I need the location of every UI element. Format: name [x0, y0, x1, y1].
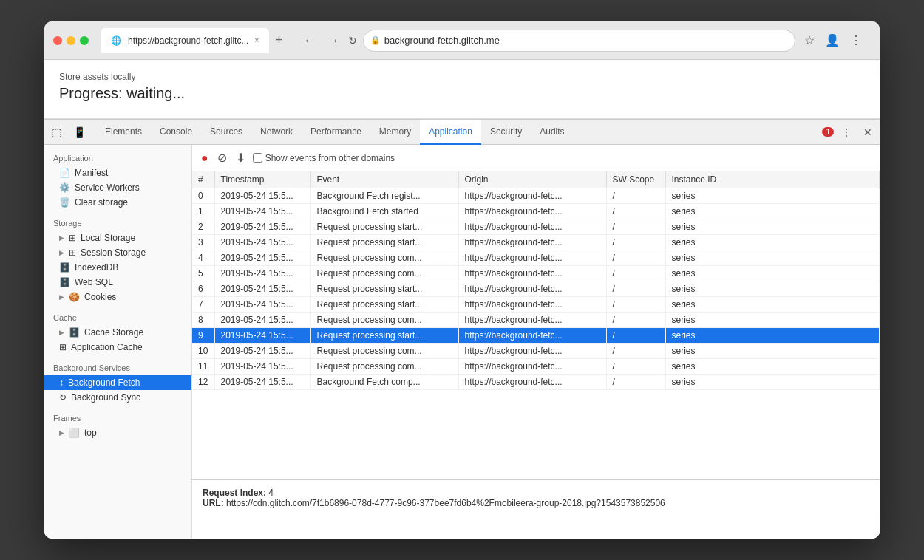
cell-timestamp: 2019-05-24 15:5...	[214, 250, 310, 266]
tab-elements[interactable]: Elements	[96, 120, 151, 145]
cell-event: Request processing start...	[310, 328, 458, 344]
col-event: Event	[310, 171, 458, 188]
cell-event: Request processing start...	[310, 235, 458, 250]
cell-timestamp: 2019-05-24 15:5...	[214, 219, 310, 235]
cell-id: 3	[192, 235, 214, 250]
cell-instance-id: series	[665, 359, 880, 375]
menu-icon[interactable]: ⋮	[847, 30, 865, 50]
sidebar-item-application-cache[interactable]: ⊞ Application Cache	[44, 340, 191, 355]
record-button[interactable]: ●	[200, 150, 210, 166]
profile-icon[interactable]: 👤	[822, 30, 843, 50]
table-row[interactable]: 0 2019-05-24 15:5... Background Fetch re…	[192, 188, 880, 204]
cell-origin: https://background-fetc...	[458, 313, 606, 328]
session-storage-icon: ⊞	[69, 247, 76, 258]
cell-instance-id: series	[665, 375, 880, 390]
application-cache-icon: ⊞	[59, 342, 67, 352]
minimize-traffic-light[interactable]	[67, 36, 75, 45]
traffic-lights	[53, 36, 89, 45]
sidebar-item-manifest[interactable]: 📄 Manifest	[44, 165, 191, 180]
sidebar-item-service-workers[interactable]: ⚙️ Service Workers	[44, 180, 191, 195]
back-button[interactable]: ←	[301, 31, 319, 50]
cell-instance-id: series	[665, 250, 880, 266]
sidebar-section-cache: Cache	[44, 309, 191, 325]
sidebar-item-web-sql[interactable]: 🗄️ Web SQL	[44, 275, 191, 290]
table-row[interactable]: 11 2019-05-24 15:5... Request processing…	[192, 359, 880, 375]
sidebar: Application 📄 Manifest ⚙️ Service Worker…	[44, 145, 192, 539]
cell-sw-scope: /	[606, 281, 665, 297]
expand-arrow-icon: ▶	[59, 234, 64, 242]
table-row[interactable]: 12 2019-05-24 15:5... Background Fetch c…	[192, 375, 880, 390]
sidebar-item-cookies[interactable]: ▶ 🍪 Cookies	[44, 290, 191, 304]
table-row[interactable]: 1 2019-05-24 15:5... Background Fetch st…	[192, 204, 880, 219]
tab-performance[interactable]: Performance	[302, 120, 370, 145]
table-row[interactable]: 2 2019-05-24 15:5... Request processing …	[192, 219, 880, 235]
reload-button[interactable]: ↻	[348, 35, 357, 47]
show-other-domains-checkbox[interactable]	[253, 153, 262, 163]
cell-origin: https://background-fetc...	[458, 344, 606, 359]
bookmark-icon[interactable]: ☆	[801, 30, 818, 50]
tab-network[interactable]: Network	[251, 120, 302, 145]
background-fetch-icon: ↕	[59, 378, 64, 388]
cell-timestamp: 2019-05-24 15:5...	[214, 359, 310, 375]
cell-origin: https://background-fetc...	[458, 375, 606, 390]
tab-audits[interactable]: Audits	[531, 120, 573, 145]
cell-timestamp: 2019-05-24 15:5...	[214, 328, 310, 344]
col-sw-scope: SW Scope	[606, 171, 665, 188]
sidebar-item-session-storage[interactable]: ▶ ⊞ Session Storage	[44, 245, 191, 260]
expand-arrow-icon: ▶	[59, 293, 64, 301]
cell-timestamp: 2019-05-24 15:5...	[214, 313, 310, 328]
indexed-db-icon: 🗄️	[59, 262, 70, 273]
devtools-inspect-icon[interactable]: ⬚	[47, 123, 66, 141]
cell-id: 7	[192, 297, 214, 313]
tab-sources[interactable]: Sources	[201, 120, 251, 145]
active-tab[interactable]: 🌐 https://background-fetch.glitc... ×	[101, 28, 269, 53]
col-id: #	[192, 171, 214, 188]
table-row[interactable]: 3 2019-05-24 15:5... Request processing …	[192, 235, 880, 250]
cell-sw-scope: /	[606, 344, 665, 359]
table-row[interactable]: 8 2019-05-24 15:5... Request processing …	[192, 313, 880, 328]
cell-event: Request processing start...	[310, 219, 458, 235]
devtools-device-icon[interactable]: 📱	[69, 123, 90, 141]
table-row[interactable]: 10 2019-05-24 15:5... Request processing…	[192, 344, 880, 359]
address-input[interactable]	[363, 30, 795, 52]
forward-button[interactable]: →	[325, 31, 342, 50]
lock-icon: 🔒	[370, 35, 381, 45]
maximize-traffic-light[interactable]	[80, 36, 89, 45]
local-storage-icon: ⊞	[69, 233, 76, 243]
tab-console[interactable]: Console	[151, 120, 201, 145]
sidebar-item-background-fetch[interactable]: ↕ Background Fetch	[44, 375, 191, 390]
sidebar-item-background-sync[interactable]: ↻ Background Sync	[44, 390, 191, 405]
new-tab-button[interactable]: +	[269, 33, 289, 48]
cell-id: 2	[192, 219, 214, 235]
devtools-close-icon[interactable]: ✕	[859, 123, 877, 141]
sidebar-item-clear-storage[interactable]: 🗑️ Clear storage	[44, 195, 191, 210]
sidebar-item-local-storage[interactable]: ▶ ⊞ Local Storage	[44, 231, 191, 245]
table-header-row: # Timestamp Event Origin SW Scope Instan…	[192, 171, 880, 188]
stop-button[interactable]: ⊘	[216, 149, 228, 166]
sidebar-item-indexed-db[interactable]: 🗄️ IndexedDB	[44, 260, 191, 275]
tab-application[interactable]: Application	[420, 120, 481, 145]
devtools-panel: ⬚ 📱 Elements Console Sources Network Per…	[44, 119, 880, 539]
table-row[interactable]: 6 2019-05-24 15:5... Request processing …	[192, 281, 880, 297]
download-button[interactable]: ⬇	[234, 149, 247, 166]
cell-id: 12	[192, 375, 214, 390]
devtools-more-icon[interactable]: ⋮	[837, 123, 856, 141]
cell-sw-scope: /	[606, 204, 665, 219]
cell-event: Background Fetch started	[310, 204, 458, 219]
table-row[interactable]: 5 2019-05-24 15:5... Request processing …	[192, 266, 880, 281]
table-row[interactable]: 9 2019-05-24 15:5... Request processing …	[192, 328, 880, 344]
close-traffic-light[interactable]	[53, 36, 62, 45]
tab-security[interactable]: Security	[481, 120, 531, 145]
col-origin: Origin	[458, 171, 606, 188]
cell-instance-id: series	[665, 344, 880, 359]
cell-id: 10	[192, 344, 214, 359]
table-row[interactable]: 7 2019-05-24 15:5... Request processing …	[192, 297, 880, 313]
detail-request-index: Request Index: 4	[203, 488, 869, 498]
tab-close-btn[interactable]: ×	[254, 36, 259, 44]
cell-origin: https://background-fetc...	[458, 204, 606, 219]
tab-memory[interactable]: Memory	[370, 120, 420, 145]
sidebar-item-top[interactable]: ▶ ⬜ top	[44, 426, 191, 440]
sidebar-item-cache-storage[interactable]: ▶ 🗄️ Cache Storage	[44, 325, 191, 340]
tab-title: https://background-fetch.glitc...	[128, 35, 248, 46]
table-row[interactable]: 4 2019-05-24 15:5... Request processing …	[192, 250, 880, 266]
